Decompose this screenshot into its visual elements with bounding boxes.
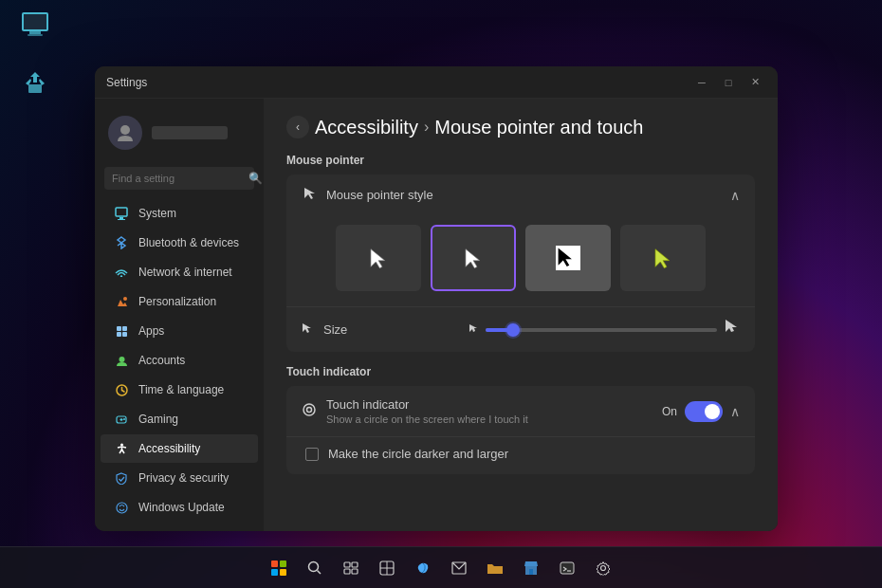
sidebar-item-apps[interactable]: Apps bbox=[101, 317, 258, 345]
svg-rect-1 bbox=[24, 14, 46, 29]
svg-rect-34 bbox=[352, 569, 358, 574]
svg-point-27 bbox=[303, 404, 315, 415]
taskbar-terminal-button[interactable] bbox=[552, 553, 582, 583]
sidebar-item-privacy[interactable]: Privacy & security bbox=[101, 464, 258, 492]
size-small-cursor-icon bbox=[469, 323, 478, 337]
mouse-pointer-style-card: Mouse pointer style ∧ bbox=[286, 175, 755, 352]
touch-header-right: On ∧ bbox=[662, 401, 740, 422]
touch-indicator-title: Touch indicator bbox=[326, 397, 528, 412]
sidebar-item-windows-update[interactable]: Windows Update bbox=[101, 493, 258, 522]
personalize-icon bbox=[114, 294, 129, 309]
task-view-icon bbox=[343, 560, 358, 576]
minimize-button[interactable]: ─ bbox=[690, 73, 713, 92]
pointer-swatch-white[interactable] bbox=[336, 225, 421, 291]
maximize-button[interactable]: □ bbox=[717, 73, 740, 92]
darker-larger-checkbox[interactable] bbox=[305, 448, 319, 461]
sidebar-item-gaming[interactable]: Gaming bbox=[101, 405, 258, 433]
svg-point-15 bbox=[119, 357, 124, 362]
sidebar-item-accessibility[interactable]: Accessibility bbox=[101, 434, 258, 463]
svg-point-20 bbox=[123, 418, 125, 420]
svg-rect-31 bbox=[344, 562, 350, 567]
taskbar-file-explorer-button[interactable] bbox=[480, 553, 510, 583]
svg-rect-41 bbox=[560, 562, 574, 574]
desktop-icon-computer[interactable] bbox=[11, 9, 59, 40]
pointer-swatch-yellow[interactable] bbox=[620, 225, 706, 291]
svg-rect-4 bbox=[28, 84, 42, 93]
user-section bbox=[95, 108, 264, 163]
svg-rect-13 bbox=[117, 332, 121, 337]
taskbar-settings-button[interactable] bbox=[588, 553, 618, 583]
checkbox-label: Make the circle darker and larger bbox=[328, 447, 508, 461]
apps-icon bbox=[114, 323, 129, 339]
taskbar-windows-button[interactable] bbox=[264, 553, 294, 583]
sidebar-item-network[interactable]: Network & internet bbox=[101, 258, 258, 286]
gaming-icon bbox=[114, 412, 129, 427]
checkbox-row: Make the circle darker and larger bbox=[286, 436, 755, 474]
window-body: 🔍 System bbox=[95, 99, 778, 531]
svg-line-30 bbox=[318, 570, 322, 574]
size-slider[interactable] bbox=[486, 328, 717, 332]
size-slider-container bbox=[469, 319, 740, 340]
sidebar-item-time[interactable]: Time & language bbox=[101, 376, 258, 404]
svg-rect-12 bbox=[122, 326, 127, 331]
size-large-cursor-icon bbox=[725, 319, 740, 340]
system-icon bbox=[114, 206, 129, 221]
size-row: Size bbox=[286, 306, 755, 352]
pointer-swatch-white-selected[interactable] bbox=[431, 225, 516, 291]
settings-window: Settings ─ □ ✕ 🔍 bbox=[95, 66, 778, 531]
touch-indicator-toggle[interactable] bbox=[685, 401, 723, 422]
sidebar-item-personalization[interactable]: Personalization bbox=[101, 287, 258, 316]
pointer-swatch-inverted[interactable] bbox=[525, 225, 611, 291]
taskbar-widgets-button[interactable] bbox=[372, 553, 402, 583]
svg-point-25 bbox=[117, 503, 127, 513]
svg-rect-40 bbox=[529, 569, 533, 575]
accessibility-icon bbox=[114, 441, 129, 456]
back-button[interactable]: ‹ bbox=[286, 116, 309, 138]
search-box[interactable]: 🔍 bbox=[104, 167, 254, 190]
windows-logo-icon bbox=[271, 560, 286, 576]
close-button[interactable]: ✕ bbox=[744, 73, 766, 92]
size-cursor-icon bbox=[302, 322, 314, 338]
touch-indicator-chevron-icon: ∧ bbox=[730, 404, 740, 419]
svg-rect-6 bbox=[116, 208, 127, 216]
taskbar-task-view-button[interactable] bbox=[336, 553, 366, 583]
store-icon bbox=[524, 560, 539, 576]
desktop-icons bbox=[11, 9, 59, 99]
sidebar-label-bluetooth: Bluetooth & devices bbox=[138, 236, 239, 249]
sidebar-label-accessibility: Accessibility bbox=[138, 442, 200, 455]
pointer-style-label: Mouse pointer style bbox=[326, 188, 433, 202]
taskbar-search-button[interactable] bbox=[300, 553, 330, 583]
svg-rect-14 bbox=[122, 332, 127, 337]
svg-rect-7 bbox=[119, 217, 123, 219]
svg-rect-8 bbox=[118, 219, 125, 220]
browser-icon bbox=[415, 560, 431, 576]
desktop-icon-recycle[interactable] bbox=[11, 68, 59, 99]
mouse-pointer-style-header[interactable]: Mouse pointer style ∧ bbox=[286, 175, 755, 215]
sidebar-label-network: Network & internet bbox=[138, 266, 232, 279]
sidebar-item-system[interactable]: System bbox=[101, 199, 258, 228]
svg-rect-2 bbox=[29, 31, 41, 34]
breadcrumb-separator: › bbox=[424, 119, 429, 136]
section-mouse-pointer-label: Mouse pointer bbox=[286, 154, 755, 167]
sidebar-label-accounts: Accounts bbox=[138, 354, 185, 367]
touch-on-label: On bbox=[662, 405, 677, 418]
network-icon bbox=[114, 265, 129, 280]
taskbar-store-button[interactable] bbox=[516, 553, 546, 583]
touch-label-block: Touch indicator Show a circle on the scr… bbox=[326, 397, 528, 425]
time-icon bbox=[114, 382, 129, 397]
svg-line-24 bbox=[121, 450, 124, 453]
sidebar-item-accounts[interactable]: Accounts bbox=[101, 346, 258, 375]
search-input[interactable] bbox=[112, 173, 243, 184]
svg-point-21 bbox=[120, 443, 123, 446]
pointer-swatches bbox=[286, 215, 755, 306]
taskbar-mail-button[interactable] bbox=[444, 553, 474, 583]
breadcrumb: ‹ Accessibility › Mouse pointer and touc… bbox=[286, 116, 755, 138]
taskbar-browser-button[interactable] bbox=[408, 553, 438, 583]
touch-indicator-row: Touch indicator Show a circle on the scr… bbox=[286, 386, 755, 436]
svg-point-5 bbox=[120, 125, 130, 135]
search-taskbar-icon bbox=[307, 560, 322, 576]
file-explorer-icon bbox=[487, 560, 504, 576]
sidebar-item-bluetooth[interactable]: Bluetooth & devices bbox=[101, 229, 258, 257]
sidebar-label-time: Time & language bbox=[138, 383, 224, 396]
sidebar: 🔍 System bbox=[95, 99, 264, 531]
